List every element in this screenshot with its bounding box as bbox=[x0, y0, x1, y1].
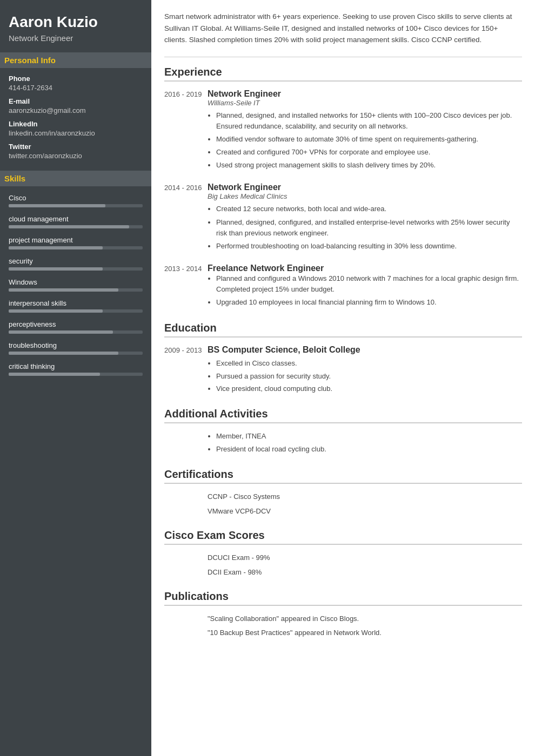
publications-section: Publications "Scaling Collaboration" app… bbox=[164, 590, 522, 639]
skill-bar-bg bbox=[9, 204, 143, 207]
edu-bullet: Vice president, cloud computing club. bbox=[216, 383, 522, 394]
skill-bar-bg bbox=[9, 267, 143, 271]
exp-job-title: Network Engineer bbox=[208, 183, 522, 192]
linkedin-value: linkedin.com/in/aaronzkuzio bbox=[9, 129, 143, 137]
exp-bullets: Planned and configured a Windows 2010 ne… bbox=[208, 273, 522, 308]
skill-item: project management bbox=[9, 236, 143, 249]
education-entry: 2009 - 2013 BS Computer Science, Beloit … bbox=[164, 345, 522, 395]
education-heading: Education bbox=[164, 322, 522, 338]
activity-bullet: President of local road cycling club. bbox=[216, 444, 522, 455]
exp-content: Freelance Network Engineer Planned and c… bbox=[208, 264, 522, 310]
exp-bullets: Planned, designed, and installed network… bbox=[208, 110, 522, 171]
skill-item: Windows bbox=[9, 278, 143, 292]
activities-bullets: Member, ITNEAPresident of local road cyc… bbox=[208, 431, 522, 455]
exp-bullets: Created 12 secure networks, both local a… bbox=[208, 204, 522, 252]
cert-text: VMware VCP6-DCV bbox=[208, 506, 271, 517]
exam-scores-list: DCUCI Exam - 99% DCII Exam - 98% bbox=[164, 552, 522, 578]
personal-info-heading: Personal Info bbox=[0, 52, 151, 68]
skill-item: critical thinking bbox=[9, 362, 143, 376]
skill-bar-bg bbox=[9, 225, 143, 228]
skill-name: security bbox=[9, 257, 143, 265]
skill-bar-fill bbox=[9, 330, 113, 334]
exp-dates: 2013 - 2014 bbox=[164, 264, 208, 310]
summary-text: Smart network administrator with 6+ year… bbox=[164, 11, 522, 46]
cert-indent bbox=[164, 491, 208, 503]
edu-bullets: Excelled in Cisco classes.Pursued a pass… bbox=[208, 358, 522, 394]
pub-entry: "Scaling Collaboration" appeared in Cisc… bbox=[164, 613, 522, 625]
exp-bullet: Created and configured 700+ VPNs for cor… bbox=[216, 147, 522, 158]
certifications-section: Certifications CCNP - Cisco Systems VMwa… bbox=[164, 468, 522, 517]
exp-content: Network Engineer Williams-Seile IT Plann… bbox=[208, 89, 522, 173]
experience-entry: 2016 - 2019 Network Engineer Williams-Se… bbox=[164, 89, 522, 173]
experience-heading: Experience bbox=[164, 66, 522, 82]
exam-text: DCII Exam - 98% bbox=[208, 567, 262, 578]
skill-name: troubleshooting bbox=[9, 341, 143, 349]
skill-bar-fill bbox=[9, 373, 100, 376]
exp-bullet: Performed troubleshooting on load-balanc… bbox=[216, 241, 522, 252]
phone-value: 414-617-2634 bbox=[9, 84, 143, 92]
exp-dates: 2016 - 2019 bbox=[164, 89, 208, 173]
activity-bullet: Member, ITNEA bbox=[216, 431, 522, 442]
skill-bar-bg bbox=[9, 288, 143, 292]
activities-indent bbox=[164, 431, 208, 457]
skills-list: Cisco cloud management project managemen… bbox=[9, 194, 143, 376]
education-section: Education 2009 - 2013 BS Computer Scienc… bbox=[164, 322, 522, 395]
email-value: aaronzkuzio@gmail.com bbox=[9, 106, 143, 114]
exam-entry: DCII Exam - 98% bbox=[164, 567, 522, 578]
edu-bullet: Pursued a passion for security study. bbox=[216, 371, 522, 382]
exp-dates: 2014 - 2016 bbox=[164, 183, 208, 254]
exp-bullet: Upgraded 10 employees in local financial… bbox=[216, 297, 522, 308]
skill-bar-fill bbox=[9, 309, 103, 313]
skill-item: Cisco bbox=[9, 194, 143, 207]
cert-entry: CCNP - Cisco Systems bbox=[164, 491, 522, 503]
exp-company: Big Lakes Medical Clinics bbox=[208, 192, 522, 200]
pub-text: "10 Backup Best Practices" appeared in N… bbox=[208, 627, 382, 639]
skill-bar-fill bbox=[9, 288, 118, 292]
exam-indent bbox=[164, 552, 208, 564]
experience-entry: 2013 - 2014 Freelance Network Engineer P… bbox=[164, 264, 522, 310]
exp-bullet: Planned and configured a Windows 2010 ne… bbox=[216, 273, 522, 295]
main-content: Smart network administrator with 6+ year… bbox=[151, 0, 535, 756]
skill-bar-fill bbox=[9, 267, 103, 271]
pub-entry: "10 Backup Best Practices" appeared in N… bbox=[164, 627, 522, 639]
publications-heading: Publications bbox=[164, 590, 522, 606]
skill-name: interpersonal skills bbox=[9, 299, 143, 307]
skill-name: Windows bbox=[9, 278, 143, 286]
experience-list: 2016 - 2019 Network Engineer Williams-Se… bbox=[164, 89, 522, 310]
skill-item: perceptiveness bbox=[9, 320, 143, 334]
cert-text: CCNP - Cisco Systems bbox=[208, 491, 280, 503]
exp-bullet: Created 12 secure networks, both local a… bbox=[216, 204, 522, 214]
exam-indent bbox=[164, 567, 208, 578]
exp-bullet: Planned, designed, configured, and insta… bbox=[216, 217, 522, 239]
skill-bar-bg bbox=[9, 373, 143, 376]
skill-item: security bbox=[9, 257, 143, 271]
twitter-label: Twitter bbox=[9, 143, 143, 151]
activities-section: Additional Activities Member, ITNEAPresi… bbox=[164, 408, 522, 457]
twitter-value: twitter.com/aaronzkuzio bbox=[9, 152, 143, 160]
candidate-name: Aaron Kuzio bbox=[9, 13, 143, 31]
exam-scores-heading: Cisco Exam Scores bbox=[164, 529, 522, 545]
skill-bar-bg bbox=[9, 246, 143, 249]
activities-content: Member, ITNEAPresident of local road cyc… bbox=[208, 431, 522, 457]
skill-name: Cisco bbox=[9, 194, 143, 202]
skill-bar-fill bbox=[9, 352, 118, 355]
skill-bar-fill bbox=[9, 204, 105, 207]
skill-bar-bg bbox=[9, 330, 143, 334]
pub-indent bbox=[164, 613, 208, 625]
exam-scores-section: Cisco Exam Scores DCUCI Exam - 99% DCII … bbox=[164, 529, 522, 578]
cert-entry: VMware VCP6-DCV bbox=[164, 506, 522, 517]
certifications-heading: Certifications bbox=[164, 468, 522, 484]
phone-label: Phone bbox=[9, 75, 143, 83]
sidebar: Aaron Kuzio Network Engineer Personal In… bbox=[0, 0, 151, 756]
skill-bar-fill bbox=[9, 246, 103, 249]
exp-company: Williams-Seile IT bbox=[208, 99, 522, 107]
skill-item: interpersonal skills bbox=[9, 299, 143, 313]
publications-list: "Scaling Collaboration" appeared in Cisc… bbox=[164, 613, 522, 639]
skill-name: project management bbox=[9, 236, 143, 244]
activities-entry: Member, ITNEAPresident of local road cyc… bbox=[164, 431, 522, 457]
skill-bar-bg bbox=[9, 309, 143, 313]
skills-heading: Skills bbox=[0, 171, 151, 186]
exp-job-title: Freelance Network Engineer bbox=[208, 264, 522, 273]
exp-job-title: Network Engineer bbox=[208, 89, 522, 99]
email-label: E-mail bbox=[9, 97, 143, 105]
